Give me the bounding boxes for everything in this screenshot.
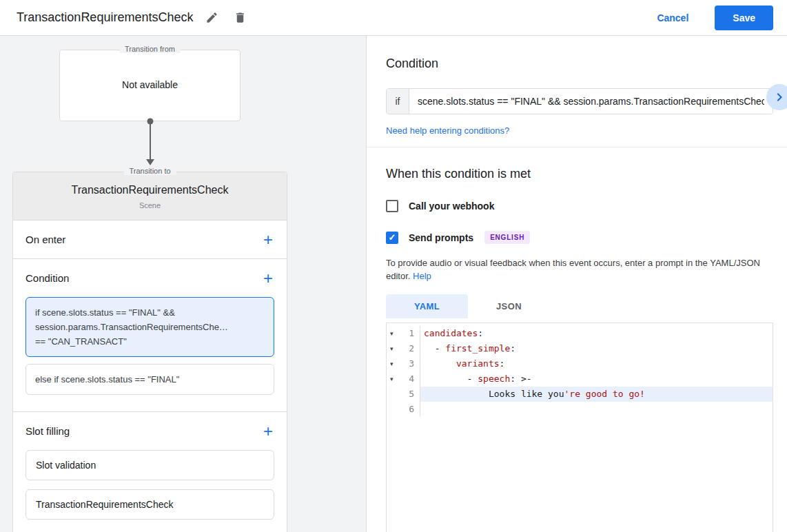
- if-label: if: [387, 89, 409, 114]
- conditions-help-link[interactable]: Need help entering conditions?: [386, 125, 509, 136]
- scene-card-header[interactable]: TransactionRequirementsCheck Scene: [13, 172, 287, 221]
- plus-icon: +: [263, 269, 273, 287]
- panel-divider: [367, 147, 787, 147]
- condition-card[interactable]: else if scene.slots.status == "FINAL": [25, 364, 274, 395]
- code-line: ▾ 3 variants:: [387, 356, 773, 371]
- send-prompts-label: Send prompts: [409, 232, 473, 243]
- line-number: 6: [398, 402, 414, 417]
- yaml-editor[interactable]: ▾ 1 candidates: ▾ 2 - first_simple: ▾: [386, 323, 773, 532]
- code-line: ▾ 1 candidates:: [387, 326, 773, 341]
- checkmark-icon: ✓: [389, 233, 396, 242]
- slot-filling-section: Slot filling + Slot validation Transacti…: [13, 412, 287, 532]
- add-on-enter-button[interactable]: +: [262, 233, 274, 247]
- line-number: 4: [398, 371, 414, 387]
- slot-card-validation[interactable]: Slot validation: [25, 450, 274, 480]
- condition-heading: Condition: [386, 57, 438, 71]
- code-line: ▾ 2 - first_simple:: [387, 341, 773, 356]
- fold-arrow-icon[interactable]: ▾: [387, 356, 398, 371]
- scene-name: TransactionRequirementsCheck: [20, 184, 280, 196]
- scene-type: Scene: [20, 201, 280, 209]
- transition-from-content: Not available: [60, 50, 240, 90]
- transition-to-box: Transition to TransactionRequirementsChe…: [12, 172, 287, 532]
- transition-from-label: Transition from: [119, 45, 181, 53]
- chevron-right-icon: [771, 89, 787, 105]
- condition-expression-group: if: [386, 88, 773, 114]
- prompt-description: To provide audio or visual feedback when…: [386, 256, 773, 283]
- send-prompts-row: ✓ Send prompts ENGLISH: [386, 231, 773, 244]
- header: TransactionRequirementsCheck Cancel Save: [0, 0, 787, 36]
- line-number: 3: [398, 356, 414, 371]
- transition-to-label: Transition to: [123, 167, 176, 175]
- tab-yaml[interactable]: YAML: [386, 294, 468, 318]
- plus-icon: +: [263, 230, 273, 249]
- condition-card-selected[interactable]: if scene.slots.status == "FINAL" && sess…: [25, 297, 274, 357]
- delete-scene-button[interactable]: [231, 8, 249, 27]
- scene-graph-panel: Transition from Not available Transition…: [0, 36, 367, 532]
- condition-expression-input[interactable]: [409, 89, 773, 114]
- transition-from-box: Transition from Not available: [59, 50, 241, 121]
- fold-arrow-icon[interactable]: ▾: [387, 326, 398, 341]
- page-title: TransactionRequirementsCheck: [17, 10, 193, 25]
- code-line: ▾ 4 - speech: >-: [387, 371, 773, 387]
- edit-title-button[interactable]: [203, 8, 221, 27]
- line-number: 1: [398, 326, 414, 341]
- transition-arrow-icon: [12, 121, 287, 172]
- language-badge: ENGLISH: [484, 231, 530, 244]
- fold-arrow-icon[interactable]: ▾: [387, 341, 398, 356]
- add-condition-button[interactable]: +: [262, 272, 274, 285]
- tab-json[interactable]: JSON: [468, 294, 550, 318]
- on-enter-label: On enter: [25, 234, 65, 245]
- help-link[interactable]: Help: [413, 271, 431, 281]
- main-content: Transition from Not available Transition…: [0, 36, 787, 532]
- plus-icon: +: [263, 422, 273, 440]
- slot-filling-label: Slot filling: [25, 425, 70, 437]
- condition-section: Condition + if scene.slots.status == "FI…: [13, 259, 287, 412]
- editor-tabs: YAML JSON: [386, 294, 773, 318]
- condition-detail-panel: Condition if Need help entering conditio…: [367, 36, 787, 532]
- when-met-heading: When this condition is met: [386, 167, 773, 181]
- add-slot-button[interactable]: +: [262, 424, 274, 438]
- code-line-active: 5 Looks like you're good to go!: [387, 387, 773, 402]
- pencil-icon: [205, 11, 218, 24]
- scene-editor: TransactionRequirementsCheck Cancel Save…: [0, 0, 787, 532]
- collapse-panel-button[interactable]: [766, 84, 787, 110]
- header-actions: Cancel Save: [657, 6, 773, 30]
- cancel-button[interactable]: Cancel: [657, 12, 688, 23]
- webhook-row: Call your webhook: [386, 200, 773, 212]
- webhook-checkbox[interactable]: [386, 200, 398, 212]
- line-number: 2: [398, 341, 414, 356]
- send-prompts-checkbox[interactable]: ✓: [386, 232, 398, 244]
- on-enter-section: On enter +: [13, 221, 287, 259]
- trash-icon: [234, 11, 247, 24]
- save-button[interactable]: Save: [715, 6, 773, 30]
- slot-card-transaction-requirements[interactable]: TransactionRequirementsCheck: [25, 489, 274, 520]
- webhook-label: Call your webhook: [409, 201, 494, 212]
- fold-arrow-icon[interactable]: ▾: [387, 371, 398, 387]
- line-number: 5: [398, 387, 414, 402]
- condition-section-label: Condition: [25, 272, 69, 284]
- code-line: 6: [387, 402, 773, 417]
